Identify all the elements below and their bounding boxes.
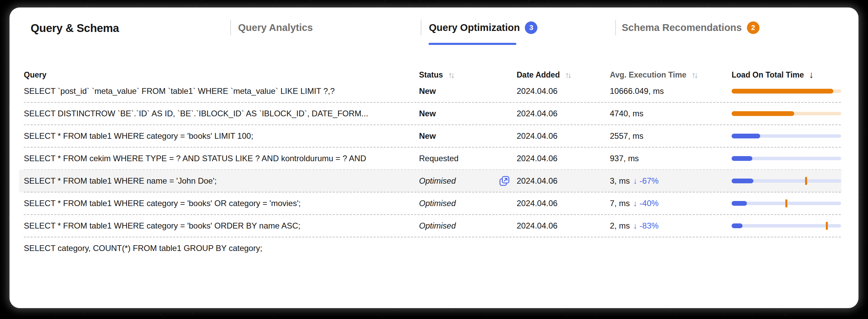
date-text: 2024.04.06: [517, 192, 557, 215]
status-text: New: [419, 125, 436, 147]
table-row[interactable]: SELECT * FROM table1 WHERE category = 'b…: [10, 192, 858, 215]
load-bar: [732, 147, 841, 170]
query-text: SELECT DISTINCTROW `BE`.`ID` AS ID, `BE`…: [24, 102, 368, 125]
sort-desc-icon[interactable]: ↓: [809, 69, 814, 80]
query-text: SELECT * FROM table1 WHERE category = 'b…: [24, 215, 300, 237]
query-text: SELECT * FROM cekim WHERE TYPE = ? AND S…: [24, 147, 366, 170]
avg-time-text: 2557, ms: [610, 131, 644, 141]
avg-time-text: 7, ms: [610, 199, 630, 208]
load-bar: [732, 102, 841, 125]
page-title: Query & Schema: [31, 22, 119, 35]
load-bar-track: [732, 134, 841, 138]
tab-label: Query Analytics: [238, 22, 313, 33]
load-bar-fill: [732, 156, 752, 161]
avg-time-text: 2, ms: [610, 221, 630, 231]
avg-time-cell: 10666.049, ms: [610, 80, 664, 102]
avg-time-cell: 4740, ms: [610, 102, 644, 125]
avg-time-text: 4740, ms: [610, 109, 644, 118]
load-bar-track: [732, 224, 841, 228]
tab-count-badge: 3: [525, 21, 537, 34]
external-link-icon[interactable]: [499, 175, 510, 187]
date-text: 2024.04.06: [517, 102, 557, 125]
load-bar-track: [732, 89, 841, 93]
load-bar-track: [732, 157, 841, 160]
table-body: SELECT `post_id` `meta_value` FROM `tabl…: [10, 80, 858, 259]
tab-query-optimization[interactable]: Query Optimization 3: [429, 20, 537, 35]
load-bar: [732, 215, 841, 237]
query-text: SELECT category, COUNT(*) FROM table1 GR…: [24, 237, 262, 259]
sort-updown-icon[interactable]: ↑↓: [448, 70, 455, 80]
load-bar-track: [732, 179, 841, 183]
delta-text: ↓ -67%: [633, 176, 659, 186]
column-label: Status: [419, 70, 443, 80]
status-text: Optimised: [419, 192, 456, 215]
avg-time-cell: 937, ms: [610, 147, 639, 170]
date-text: 2024.04.06: [517, 147, 557, 170]
status-text: Optimised: [419, 170, 456, 192]
load-bar-fill: [732, 89, 833, 94]
tab-label: Schema Recomendations: [622, 22, 742, 33]
delta-text: ↓ -40%: [633, 199, 659, 208]
load-bar-tick: [785, 199, 787, 207]
avg-time-text: 3, ms: [610, 176, 630, 186]
tab-schema-recommendations[interactable]: Schema Recomendations 2: [622, 20, 760, 35]
load-bar-fill: [732, 179, 753, 183]
sort-updown-icon[interactable]: ↑↓: [565, 70, 572, 80]
status-text: New: [419, 102, 436, 125]
status-text: Optimised: [419, 215, 456, 237]
status-text: Requested: [419, 147, 458, 170]
date-text: 2024.04.06: [517, 80, 557, 102]
tab-divider: [230, 20, 231, 35]
load-bar-fill: [732, 111, 794, 116]
tab-query-analytics[interactable]: Query Analytics: [238, 20, 313, 35]
table-row[interactable]: SELECT * FROM cekim WHERE TYPE = ? AND S…: [10, 147, 858, 170]
load-bar-tick: [805, 177, 807, 185]
tab-count-badge: 2: [747, 21, 760, 34]
load-bar: [732, 237, 841, 259]
avg-time-cell: 2, ms ↓ -83%: [610, 215, 658, 237]
load-bar: [732, 192, 841, 215]
load-bar-track: [732, 202, 841, 205]
tab-divider: [421, 20, 421, 35]
query-schema-panel: Query & Schema Query Analytics Query Opt…: [10, 7, 858, 308]
tab-label: Query Optimization: [429, 22, 520, 33]
table-row[interactable]: SELECT * FROM table1 WHERE category = 'b…: [10, 125, 858, 147]
column-label: Date Added: [517, 70, 560, 80]
query-text: SELECT `post_id` `meta_value` FROM `tabl…: [24, 80, 335, 102]
active-tab-underline: [429, 43, 516, 45]
delta-text: ↓ -83%: [633, 221, 659, 231]
table-row[interactable]: SELECT * FROM table1 WHERE category = 'b…: [10, 215, 858, 237]
load-bar-fill: [732, 223, 742, 228]
date-text: 2024.04.06: [517, 215, 557, 237]
avg-time-text: 10666.049, ms: [610, 86, 664, 96]
header: Query & Schema Query Analytics Query Opt…: [10, 7, 858, 55]
avg-time-cell: 7, ms ↓ -40%: [610, 192, 658, 215]
table-row[interactable]: SELECT `post_id` `meta_value` FROM `tabl…: [10, 80, 858, 102]
avg-time-cell: 2557, ms: [610, 125, 644, 147]
load-bar-fill: [732, 201, 747, 206]
load-bar-fill: [732, 134, 760, 138]
tab-divider: [615, 20, 616, 35]
sort-updown-icon[interactable]: ↑↓: [691, 70, 698, 80]
table-row[interactable]: SELECT DISTINCTROW `BE`.`ID` AS ID, `BE`…: [10, 102, 858, 125]
column-label: Load On Total Time: [732, 70, 804, 80]
table-row[interactable]: SELECT * FROM table1 WHERE name = 'John …: [10, 170, 858, 192]
avg-time-text: 937, ms: [610, 154, 639, 163]
status-text: New: [419, 80, 436, 102]
column-label: Query: [24, 70, 46, 80]
load-bar: [732, 170, 841, 192]
avg-time-cell: 3, ms ↓ -67%: [610, 170, 658, 192]
load-bar: [732, 125, 841, 147]
query-text: SELECT * FROM table1 WHERE category = 'b…: [24, 125, 253, 147]
column-label: Avg. Execution Time: [610, 70, 686, 80]
table-row[interactable]: SELECT category, COUNT(*) FROM table1 GR…: [10, 237, 858, 259]
load-bar: [732, 80, 841, 102]
query-text: SELECT * FROM table1 WHERE category = 'b…: [24, 192, 301, 215]
load-bar-tick: [826, 222, 828, 230]
load-bar-track: [732, 112, 841, 115]
date-text: 2024.04.06: [517, 125, 557, 147]
query-text: SELECT * FROM table1 WHERE name = 'John …: [24, 170, 217, 192]
date-text: 2024.04.06: [517, 170, 557, 192]
